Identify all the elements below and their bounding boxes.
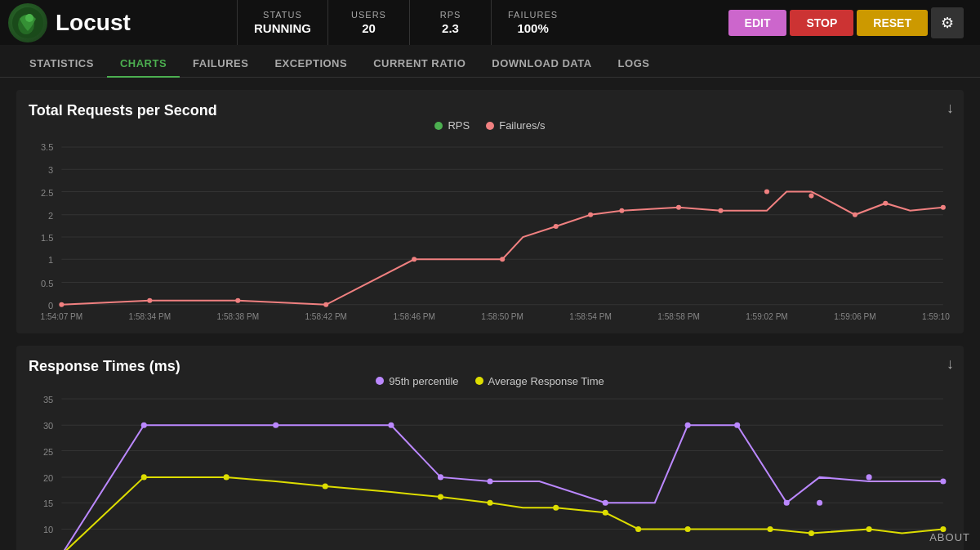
rps-legend-rps-label: RPS bbox=[448, 119, 470, 132]
rps-legend-failures: Failures/s bbox=[486, 119, 545, 132]
svg-point-19 bbox=[59, 302, 64, 307]
stat-status-value: RUNNING bbox=[254, 21, 311, 35]
stop-button[interactable]: STOP bbox=[790, 10, 853, 36]
svg-point-33 bbox=[883, 201, 888, 206]
header-stats: STATUS RUNNING USERS 20 RPS 2.3 FAILURES… bbox=[237, 0, 720, 45]
svg-point-63 bbox=[388, 423, 394, 428]
logo-icon bbox=[8, 3, 47, 42]
response-chart-container: Response Times (ms) ↓ 95th percentile Av… bbox=[16, 346, 964, 550]
svg-point-72 bbox=[940, 478, 946, 484]
svg-text:0.5: 0.5 bbox=[41, 279, 53, 288]
tab-current-ratio[interactable]: CURRENT RATIO bbox=[360, 51, 479, 78]
svg-point-84 bbox=[808, 530, 814, 536]
main-content: Total Requests per Second ↓ RPS Failures… bbox=[0, 78, 980, 550]
svg-point-21 bbox=[235, 298, 240, 303]
edit-button[interactable]: EDIT bbox=[728, 10, 787, 36]
svg-point-25 bbox=[554, 224, 559, 229]
svg-text:25: 25 bbox=[43, 447, 53, 457]
svg-text:20: 20 bbox=[43, 473, 53, 483]
svg-point-69 bbox=[784, 500, 790, 506]
stat-failures: FAILURES 100% bbox=[491, 0, 574, 45]
svg-point-70 bbox=[817, 500, 822, 506]
stat-users-label: USERS bbox=[351, 10, 386, 20]
response-legend-avg: Average Response Time bbox=[475, 375, 604, 387]
rps-download-button[interactable]: ↓ bbox=[947, 100, 954, 117]
svg-point-81 bbox=[635, 526, 641, 532]
rps-chart-title: Total Requests per Second bbox=[29, 102, 217, 118]
svg-point-29 bbox=[718, 208, 723, 213]
nav-tabs: STATISTICS CHARTS FAILURES EXCEPTIONS CU… bbox=[0, 45, 980, 78]
stat-users: USERS 20 bbox=[327, 0, 409, 45]
response-chart-svg-wrap: 5 10 15 20 25 30 35 bbox=[29, 396, 951, 550]
svg-point-80 bbox=[603, 510, 608, 516]
tab-failures[interactable]: FAILURES bbox=[180, 51, 261, 78]
svg-text:1:58:42 PM: 1:58:42 PM bbox=[305, 312, 347, 321]
rps-chart-svg: 0 0.5 1 1.5 2 2.5 3 3.5 bbox=[29, 140, 951, 321]
logo-area: Locust bbox=[8, 3, 237, 42]
stat-rps-value: 2.3 bbox=[442, 21, 459, 35]
svg-point-28 bbox=[676, 205, 681, 210]
svg-point-79 bbox=[553, 505, 559, 511]
tab-exceptions[interactable]: EXCEPTIONS bbox=[261, 51, 360, 78]
tab-charts[interactable]: CHARTS bbox=[107, 51, 180, 78]
response-legend-95th: 95th percentile bbox=[376, 375, 458, 387]
svg-text:15: 15 bbox=[43, 499, 53, 508]
svg-point-62 bbox=[273, 423, 278, 428]
svg-text:0: 0 bbox=[48, 301, 53, 311]
response-chart-title: Response Times (ms) bbox=[29, 358, 180, 374]
svg-point-75 bbox=[224, 474, 229, 480]
svg-point-30 bbox=[764, 190, 769, 195]
svg-point-20 bbox=[147, 298, 152, 303]
svg-text:1:59:10 PM: 1:59:10 PM bbox=[922, 312, 951, 321]
svg-point-65 bbox=[487, 478, 492, 484]
reset-button[interactable]: RESET bbox=[857, 10, 928, 36]
stat-failures-value: 100% bbox=[517, 21, 548, 35]
svg-text:1:58:34 PM: 1:58:34 PM bbox=[129, 312, 172, 321]
settings-button[interactable]: ⚙ bbox=[931, 7, 964, 38]
stat-failures-label: FAILURES bbox=[508, 10, 558, 20]
svg-point-27 bbox=[619, 208, 624, 213]
svg-text:1:58:46 PM: 1:58:46 PM bbox=[393, 312, 435, 321]
svg-text:10: 10 bbox=[43, 525, 53, 534]
svg-point-85 bbox=[866, 526, 872, 532]
tab-statistics[interactable]: STATISTICS bbox=[16, 51, 107, 78]
header-buttons: EDIT STOP RESET ⚙ bbox=[720, 7, 972, 38]
svg-text:30: 30 bbox=[43, 421, 53, 431]
svg-text:2: 2 bbox=[48, 211, 53, 221]
rps-chart-svg-wrap: 0 0.5 1 1.5 2 2.5 3 3.5 bbox=[29, 140, 951, 321]
about-label[interactable]: ABOUT bbox=[929, 531, 970, 543]
stat-users-value: 20 bbox=[362, 21, 376, 35]
svg-point-82 bbox=[685, 526, 691, 532]
svg-point-64 bbox=[438, 474, 443, 480]
failures-dot bbox=[486, 122, 494, 130]
svg-text:2.5: 2.5 bbox=[41, 188, 53, 198]
svg-point-31 bbox=[808, 194, 813, 199]
svg-point-32 bbox=[853, 212, 858, 217]
percentile-dot bbox=[376, 377, 384, 385]
tab-logs[interactable]: LOGS bbox=[605, 51, 663, 78]
avg-dot bbox=[475, 377, 483, 385]
svg-point-61 bbox=[141, 423, 147, 428]
response-chart-svg: 5 10 15 20 25 30 35 bbox=[29, 396, 951, 550]
rps-dot bbox=[434, 122, 443, 130]
svg-point-76 bbox=[323, 483, 328, 489]
svg-point-78 bbox=[487, 500, 492, 506]
stat-status-label: STATUS bbox=[263, 10, 302, 20]
stat-rps-label: RPS bbox=[440, 10, 461, 20]
svg-text:1: 1 bbox=[48, 255, 53, 265]
svg-point-34 bbox=[941, 205, 946, 210]
svg-text:35: 35 bbox=[43, 396, 53, 405]
response-download-button[interactable]: ↓ bbox=[947, 355, 954, 373]
response-legend-95th-label: 95th percentile bbox=[389, 375, 458, 387]
tab-download-data[interactable]: DOWNLOAD DATA bbox=[479, 51, 604, 78]
svg-text:1:58:38 PM: 1:58:38 PM bbox=[217, 312, 260, 321]
svg-text:1:58:50 PM: 1:58:50 PM bbox=[481, 312, 523, 321]
svg-text:1:54:07 PM: 1:54:07 PM bbox=[41, 312, 83, 321]
response-legend-avg-label: Average Response Time bbox=[488, 375, 604, 387]
stat-status: STATUS RUNNING bbox=[237, 0, 327, 45]
svg-text:1.5: 1.5 bbox=[41, 233, 53, 243]
svg-point-23 bbox=[412, 257, 416, 262]
svg-point-83 bbox=[768, 526, 773, 532]
svg-text:1:58:54 PM: 1:58:54 PM bbox=[569, 312, 612, 321]
svg-point-71 bbox=[866, 474, 872, 480]
